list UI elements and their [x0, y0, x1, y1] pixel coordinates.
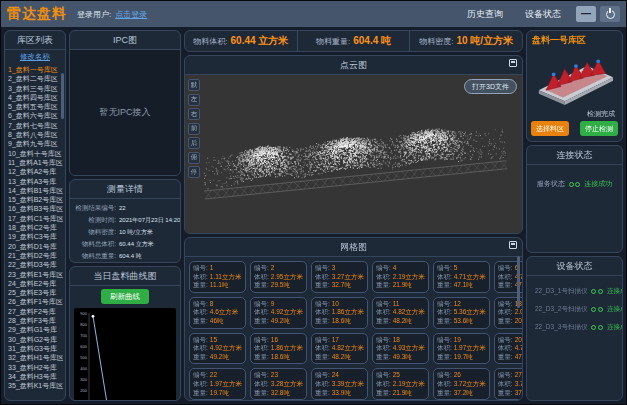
nav-device-status[interactable]: 设备状态	[525, 8, 561, 21]
sidebar-item-area[interactable]: 26_盘料F1号库区	[8, 297, 63, 306]
cell-volume-value: 4.71立方米	[454, 273, 486, 280]
sidebar-item-area[interactable]: 2_盘料二号库区	[8, 74, 63, 83]
sidebar-item-area[interactable]: 20_盘料D1号库	[8, 242, 63, 251]
sidebar-item-area[interactable]: 27_盘料F2号库	[8, 307, 63, 316]
sidebar-item-area[interactable]: 31_盘料G3号库	[8, 344, 63, 353]
camera-control-button[interactable]: 停	[188, 166, 200, 178]
sidebar-item-area[interactable]: 7_盘料七号库区	[8, 121, 63, 130]
cell-id-line: 编号:12	[437, 300, 486, 309]
cell-weight-value: 33.9吨	[332, 389, 351, 396]
cell-id-label: 编号:	[193, 300, 208, 307]
sidebar-item-area[interactable]: 17_盘料C1号库区	[8, 214, 63, 223]
cell-id-line: 编号:24	[315, 371, 364, 380]
cell-weight-line: 重量:18.6吨	[315, 317, 364, 326]
cell-id-line: 编号:26	[437, 371, 486, 380]
svg-text:400: 400	[80, 366, 87, 371]
grid-cell: 编号:5 体积:4.71立方米 重量:47.1吨	[433, 261, 490, 293]
sidebar-item-area[interactable]: 34_盘料H3号库	[8, 372, 63, 381]
grid-cells: 编号:1 体积:1.11立方米 重量:11.1吨	[185, 257, 522, 400]
svg-text:900: 900	[80, 311, 87, 316]
login-user-label: 登录用户:	[77, 9, 111, 20]
camera-control-button[interactable]: 后	[188, 137, 200, 149]
cell-volume-label: 体积:	[193, 308, 208, 315]
cell-id-label: 编号:	[193, 371, 208, 378]
cell-weight-value: 48.2吨	[393, 317, 412, 324]
sidebar-item-area[interactable]: 11_盘料A1号库区	[8, 158, 63, 167]
minimize-button[interactable]: —	[576, 6, 596, 22]
cell-volume-value: 2.19立方米	[393, 273, 425, 280]
camera-control-button[interactable]: 右	[188, 108, 200, 120]
expand-icon[interactable]	[509, 241, 517, 249]
stat-label: 物料体积:	[193, 36, 227, 47]
sidebar-item-area[interactable]: 12_盘料A2号库	[8, 167, 63, 176]
camera-control-button[interactable]: 默	[188, 79, 200, 91]
measure-detail-panel: 测量详情 检测结果编号: 22 检测时间: 2021年07月23日 14:20:…	[69, 179, 181, 263]
open-3d-file-button[interactable]: 打开3D文件	[464, 79, 517, 94]
sidebar-item-area[interactable]: 6_盘料六号库区	[8, 111, 63, 120]
camera-control-button[interactable]: 俯	[188, 152, 200, 164]
stop-detect-button[interactable]: 停止检测	[580, 121, 618, 136]
sidebar-item-area[interactable]: 3_盘料三号库区	[8, 84, 63, 93]
cell-id-value: 16	[271, 336, 278, 343]
sidebar-item-area[interactable]: 35_盘料K1号库区	[8, 381, 63, 390]
sidebar-item-area[interactable]: 22_盘料D3号库	[8, 260, 63, 269]
cell-weight-label: 重量:	[376, 317, 391, 324]
sidebar-scrollbar[interactable]	[61, 73, 64, 119]
point-cloud-canvas[interactable]	[185, 75, 522, 233]
cell-weight-line: 重量:32.7吨	[315, 281, 364, 290]
cell-volume-line: 体积:4.93立方米	[376, 344, 425, 353]
sidebar-item-area[interactable]: 21_盘料D2号库	[8, 251, 63, 260]
connection-row: 服务状态 连接成功	[527, 179, 622, 189]
camera-controls: 默 左 右 前 后 俯 停	[188, 79, 200, 178]
area-list-title: 库区列表	[5, 31, 65, 50]
sidebar-item-area[interactable]: 9_盘料九号库区	[8, 139, 63, 148]
sidebar-item-area[interactable]: 28_盘料F3号库	[8, 316, 63, 325]
login-link[interactable]: 点击登录	[115, 9, 147, 20]
sidebar-item-area[interactable]: 25_盘料E3号库	[8, 288, 63, 297]
sidebar-item-area[interactable]: 15_盘料B2号库区	[8, 195, 63, 204]
expand-icon[interactable]	[509, 59, 517, 67]
detail-label: 检测时间:	[72, 214, 116, 226]
detail-value: 604.4 吨	[119, 250, 142, 262]
sidebar-item-area[interactable]: 14_盘料B1号库区	[8, 186, 63, 195]
cell-weight-value: 37.2吨	[454, 389, 473, 396]
sidebar-item-area[interactable]: 30_盘料G2号库	[8, 335, 63, 344]
cell-volume-label: 体积:	[498, 308, 513, 315]
cell-id-line: 编号:3	[315, 264, 364, 273]
refresh-curve-button[interactable]: 刷新曲线	[101, 289, 149, 304]
cell-volume-label: 体积:	[376, 273, 391, 280]
cell-id-line: 编号:20	[498, 336, 522, 345]
sidebar-item-area[interactable]: 16_盘料B3号库区	[8, 204, 63, 213]
cell-id-value: 19	[454, 336, 461, 343]
sidebar-item-area[interactable]: 13_盘料A3号库	[8, 177, 63, 186]
cell-weight-value: 19.7吨	[210, 389, 229, 396]
sidebar-item-area[interactable]: 1_盘料一号库区	[8, 65, 63, 74]
nav-history-query[interactable]: 历史查询	[467, 8, 503, 21]
cell-volume-line: 体积:1.97立方米	[437, 344, 486, 353]
sidebar-item-area[interactable]: 4_盘料四号库区	[8, 93, 63, 102]
rename-area-link[interactable]: 修改名称	[5, 50, 65, 65]
cell-id-line: 编号:2	[254, 264, 303, 273]
cell-volume-value: 1.86立方米	[271, 344, 303, 351]
sidebar-item-area[interactable]: 24_盘料E2号库	[8, 279, 63, 288]
sidebar-item-area[interactable]: 29_盘料G1号库	[8, 325, 63, 334]
grid-scrollbar[interactable]	[517, 256, 520, 308]
sidebar-item-area[interactable]: 23_盘料E1号库区	[8, 270, 63, 279]
sidebar-item-area[interactable]: 32_盘料H1号库区	[8, 353, 63, 362]
sidebar-item-area[interactable]: 5_盘料五号库区	[8, 102, 63, 111]
select-area-button[interactable]: 选择料区	[531, 121, 569, 136]
grid-cell: 编号:24 体积:3.39立方米 重量:33.9吨	[311, 368, 368, 400]
daily-curve-title: 当日盘料曲线图	[70, 267, 180, 286]
sidebar-item-area[interactable]: 18_盘料C2号库	[8, 223, 63, 232]
camera-control-button[interactable]: 左	[188, 94, 200, 106]
sidebar-item-area[interactable]: 19_盘料C3号库	[8, 232, 63, 241]
cell-weight-line: 重量:33.9吨	[315, 389, 364, 398]
cell-id-value: 25	[393, 371, 400, 378]
detail-row: 物料总重量: 604.4 吨	[72, 250, 178, 262]
sidebar-item-area[interactable]: 8_盘料八号库区	[8, 130, 63, 139]
sidebar-item-area[interactable]: 10_盘料十号库区	[8, 149, 63, 158]
sidebar-item-area[interactable]: 33_盘料H2号库	[8, 363, 63, 372]
camera-control-button[interactable]: 前	[188, 123, 200, 135]
center-column: 物料体积: 60.44 立方米 物料重量: 604.4 吨 物料密度: 10 吨…	[184, 30, 523, 401]
power-button[interactable]	[600, 6, 620, 22]
